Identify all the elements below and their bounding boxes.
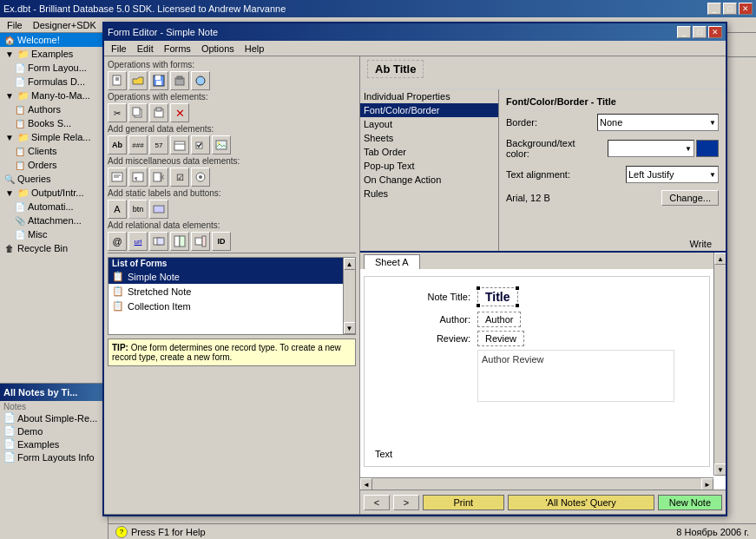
outer-maximize-button[interactable]: □ — [723, 3, 737, 15]
prop-font-color[interactable]: Font/Color/Border — [360, 103, 498, 117]
tree-item-output[interactable]: ▼ 📁 Output/Intr... — [0, 186, 108, 200]
form-menu-edit[interactable]: Edit — [132, 43, 159, 55]
outer-close-button[interactable]: ✕ — [739, 3, 753, 15]
next-btn[interactable]: > — [393, 495, 419, 510]
tree-item-recycle[interactable]: 🗑 Recycle Bin — [0, 241, 108, 255]
folder-icon-output: ▼ — [3, 187, 16, 199]
new-form-btn[interactable] — [108, 71, 127, 90]
tree-item-queries[interactable]: 🔍 Queries — [0, 172, 108, 186]
tree-item-attach[interactable]: 📎 Attachmen... — [10, 214, 108, 227]
new-note-button[interactable]: New Note — [658, 495, 722, 510]
misc-btn-4[interactable]: ☑ — [170, 168, 189, 187]
add-number-btn[interactable]: ### — [128, 135, 148, 154]
add-int-btn[interactable]: 57 — [149, 135, 168, 154]
prev-btn[interactable]: < — [364, 495, 390, 510]
copy-btn[interactable] — [128, 103, 148, 122]
svg-point-8 — [196, 76, 205, 85]
tree-item-authors[interactable]: 📋 Authors — [10, 102, 108, 116]
add-text-btn[interactable]: Ab — [108, 135, 127, 154]
note-item-form-layouts[interactable]: 📄 Form Layouts Info — [0, 450, 108, 463]
label-btn[interactable]: A — [108, 200, 127, 219]
outer-menu-designer[interactable]: Designer+SDK — [28, 19, 102, 31]
note-title-field[interactable]: Title — [477, 287, 518, 306]
tree-item-misc[interactable]: 📄 Misc — [10, 227, 108, 241]
note-item-about[interactable]: 📄 About Simple-Re... — [0, 411, 108, 424]
form-editor-close-button[interactable]: ✕ — [708, 26, 722, 38]
save-form-btn[interactable] — [149, 71, 168, 90]
review-field[interactable]: Review — [477, 331, 524, 346]
forms-list-section: List of Forms 📋 Simple Note 📋 Stretched … — [108, 257, 356, 335]
tree-item-examples[interactable]: ▼ 📁 Examples — [0, 47, 108, 61]
misc-btn-2[interactable] — [128, 168, 148, 187]
prop-sheets[interactable]: Sheets — [360, 131, 498, 145]
print-btn[interactable]: Print — [423, 495, 504, 510]
form-menu-forms[interactable]: Forms — [159, 43, 196, 55]
form-editor-maximize-button[interactable]: □ — [693, 26, 707, 38]
rel-btn-1[interactable] — [149, 232, 168, 251]
url-btn[interactable]: url — [128, 232, 148, 251]
tree-item-books[interactable]: 📋 Books S... — [10, 116, 108, 130]
add-img-btn[interactable] — [212, 135, 231, 154]
tree-item-clients[interactable]: 📋 Clients — [10, 144, 108, 158]
sheet-scroll-up[interactable]: ▲ — [714, 253, 726, 265]
outer-title-text: Ex.dbt - Brilliant Database 5.0 SDK. Lic… — [3, 3, 286, 14]
id-btn[interactable]: ID — [212, 232, 231, 251]
misc-btn-3[interactable] — [149, 168, 168, 187]
tree-item-many-to-many[interactable]: ▼ 📁 Many-to-Ma... — [0, 89, 108, 102]
prop-on-change[interactable]: On Change Action — [360, 173, 498, 187]
misc-btn-5[interactable] — [191, 168, 210, 187]
at-btn[interactable]: @ — [108, 232, 127, 251]
outer-menu-file[interactable]: File — [2, 19, 28, 31]
author-review-label: Author Review — [482, 354, 544, 365]
sheet-scroll-down[interactable]: ▼ — [714, 463, 726, 476]
open-form-btn[interactable] — [128, 71, 148, 90]
tree-item-form-layout[interactable]: 📄 Form Layou... — [10, 61, 108, 75]
tree-item-auto[interactable]: 📄 Automati... — [10, 200, 108, 214]
form-item-simple-note[interactable]: 📋 Simple Note — [108, 269, 343, 284]
form-menu-options[interactable]: Options — [196, 43, 240, 55]
scroll-up-btn[interactable]: ▲ — [344, 258, 356, 270]
text-color-swatch[interactable] — [696, 140, 719, 157]
all-notes-query-btn[interactable]: 'All Notes' Query — [508, 495, 654, 510]
tree-item-simple-rela[interactable]: ▼ 📁 Simple Rela... — [0, 130, 108, 144]
rel-btn-2[interactable] — [170, 232, 189, 251]
tree-item-orders[interactable]: 📋 Orders — [10, 158, 108, 172]
scroll-down-btn[interactable]: ▼ — [344, 322, 356, 334]
author-field[interactable]: Author — [477, 312, 521, 327]
form-editor-minimize-button[interactable]: _ — [677, 26, 691, 38]
form-item-stretched[interactable]: 📋 Stretched Note — [108, 284, 343, 299]
sheet-scroll-right[interactable]: ► — [701, 478, 713, 490]
note-item-examples[interactable]: 📄 Examples — [0, 437, 108, 450]
prop-rules[interactable]: Rules — [360, 187, 498, 200]
image-btn[interactable] — [149, 200, 168, 219]
note-item-demo[interactable]: 📄 Demo — [0, 424, 108, 437]
prop-layout[interactable]: Layout — [360, 117, 498, 131]
sheet-tab-a[interactable]: Sheet A — [364, 254, 420, 269]
paste-btn[interactable] — [149, 103, 168, 122]
prop-tab-order[interactable]: Tab Order — [360, 145, 498, 159]
tree-item-welcome[interactable]: 🏠 Welcome! — [0, 33, 108, 47]
sheet-scroll-left[interactable]: ◄ — [360, 478, 372, 490]
change-button[interactable]: Change... — [661, 190, 719, 206]
button-btn[interactable]: btn — [128, 200, 148, 219]
rel-btn-3[interactable] — [191, 232, 210, 251]
text-align-select[interactable]: Left Justify ▼ — [626, 166, 719, 183]
cut-btn[interactable]: ✂ — [108, 103, 127, 122]
misc-btn-1[interactable] — [108, 168, 127, 187]
bg-color-select[interactable]: ▼ — [608, 140, 694, 157]
add-check-btn[interactable] — [191, 135, 210, 154]
border-select[interactable]: None ▼ — [597, 114, 719, 131]
form-btn-5[interactable] — [191, 71, 210, 90]
delete-element-btn[interactable]: ✕ — [170, 103, 189, 122]
outer-minimize-button[interactable]: _ — [707, 3, 721, 15]
form-item-collection[interactable]: 📋 Collection Item — [108, 299, 343, 313]
delete-form-btn[interactable] — [170, 71, 189, 90]
form-menu-file[interactable]: File — [106, 43, 132, 55]
prop-popup[interactable]: Pop-up Text — [360, 159, 498, 173]
tree-item-formulas[interactable]: 📄 Formulas D... — [10, 75, 108, 89]
prop-individual[interactable]: Individual Properties — [360, 89, 498, 103]
form-menu-help[interactable]: Help — [240, 43, 270, 55]
notes-label: Notes — [0, 401, 108, 411]
author-review-area[interactable]: Author Review — [477, 350, 674, 402]
add-date-btn[interactable] — [170, 135, 189, 154]
